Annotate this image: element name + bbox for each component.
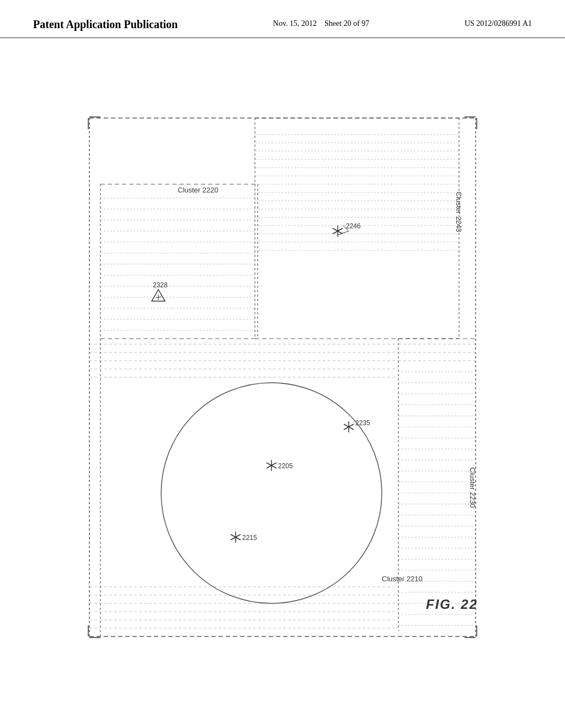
cluster-2230-label: Cluster 2230 [468, 467, 477, 508]
fig-label: FIG. 22 [426, 597, 478, 612]
bottom-dashed-lines [89, 587, 398, 628]
diagram-area: Cluster 2243 Cluster 2220 Cluster 2230 [0, 38, 565, 700]
node-2205: 2205 [266, 460, 293, 471]
publication-title: Patent Application Publication [33, 17, 178, 32]
right-dashed-lines [398, 372, 476, 625]
page-header: Patent Application Publication Nov. 15, … [0, 0, 565, 38]
publication-date-sheet: Nov. 15, 2012 Sheet 20 of 97 [273, 17, 369, 28]
cluster-2243-label: Cluster 2243 [455, 191, 463, 232]
patent-diagram: Cluster 2243 Cluster 2220 Cluster 2230 [73, 101, 492, 653]
svg-text:2328: 2328 [153, 281, 168, 289]
node-2235: 2235 [344, 419, 370, 432]
cluster-2220-label: Cluster 2220 [178, 186, 218, 194]
diagram-container: Cluster 2243 Cluster 2220 Cluster 2230 [73, 101, 492, 653]
middle-dashed-lines [89, 344, 476, 377]
left-dashed-lines [100, 198, 255, 330]
cluster-2210-label: Cluster 2210 [382, 575, 423, 583]
patent-number: US 2012/0286991 A1 [465, 17, 532, 28]
svg-text:2246: 2246 [346, 222, 361, 230]
sheet-info: Sheet 20 of 97 [324, 19, 369, 28]
publication-date: Nov. 15, 2012 [273, 19, 317, 28]
svg-text:2235: 2235 [355, 419, 370, 427]
svg-text:2215: 2215 [242, 534, 257, 542]
node-2215: 2215 [231, 532, 257, 543]
top-dashed-lines [255, 135, 459, 250]
main-circle [161, 383, 382, 603]
node-2328: 2328 [152, 281, 168, 301]
svg-text:2205: 2205 [278, 462, 293, 470]
